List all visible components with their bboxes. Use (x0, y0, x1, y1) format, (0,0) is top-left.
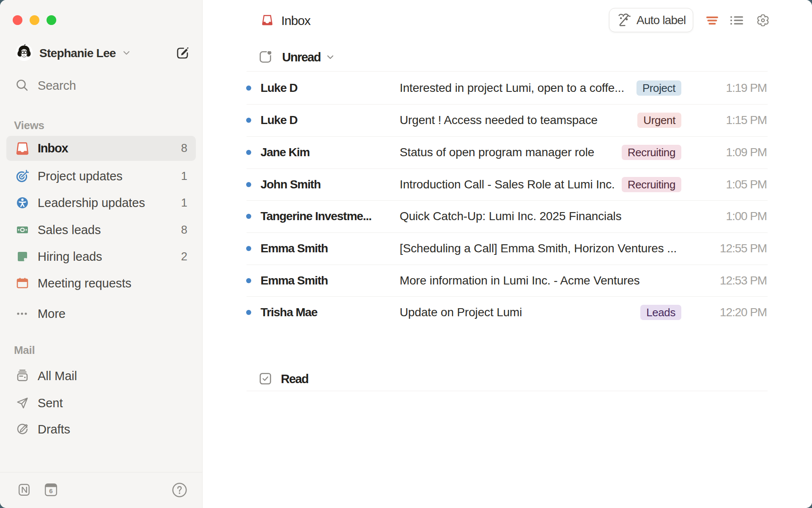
svg-text:6: 6 (49, 487, 52, 494)
